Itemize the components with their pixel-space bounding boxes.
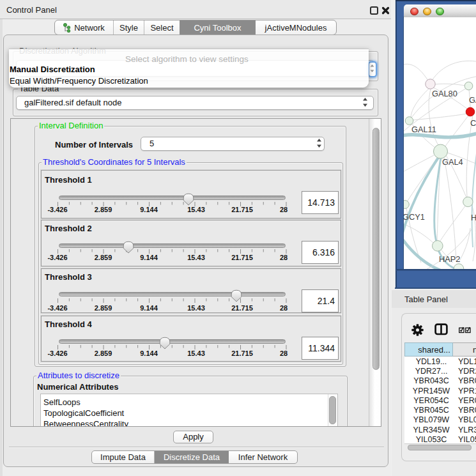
svg-text:GA: GA: [469, 95, 476, 105]
svg-text:HA: HA: [471, 213, 476, 222]
svg-text:GCY1: GCY1: [404, 212, 425, 222]
svg-text:GAL80: GAL80: [432, 89, 457, 98]
svg-text:CY: CY: [470, 118, 476, 128]
svg-text:HAP2: HAP2: [439, 254, 460, 264]
svg-text:GAL11: GAL11: [411, 125, 436, 134]
svg-text:GAL4: GAL4: [442, 157, 463, 167]
